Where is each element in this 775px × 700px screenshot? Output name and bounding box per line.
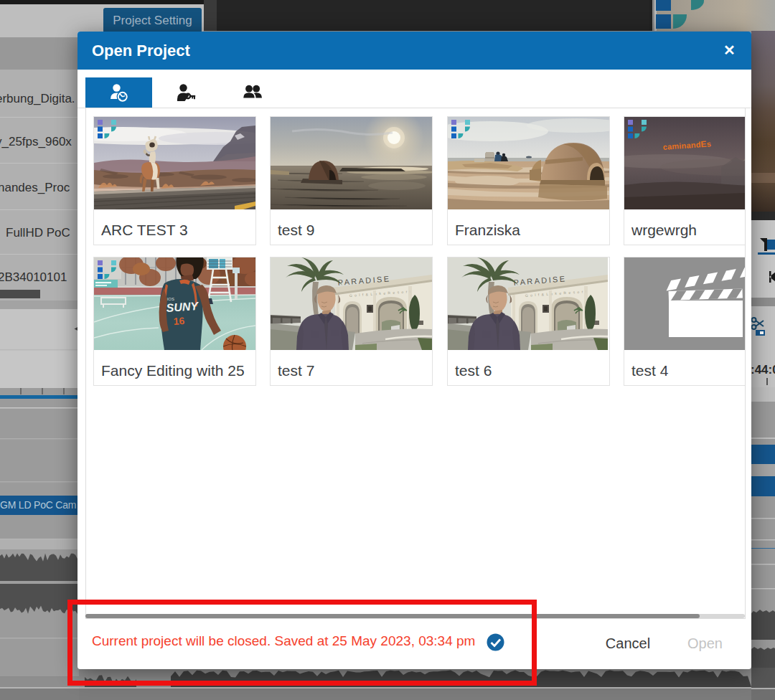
svg-text:16: 16 <box>173 315 185 327</box>
svg-text:SUNY: SUNY <box>166 300 199 314</box>
svg-text::44:0: :44:0 <box>751 363 775 377</box>
